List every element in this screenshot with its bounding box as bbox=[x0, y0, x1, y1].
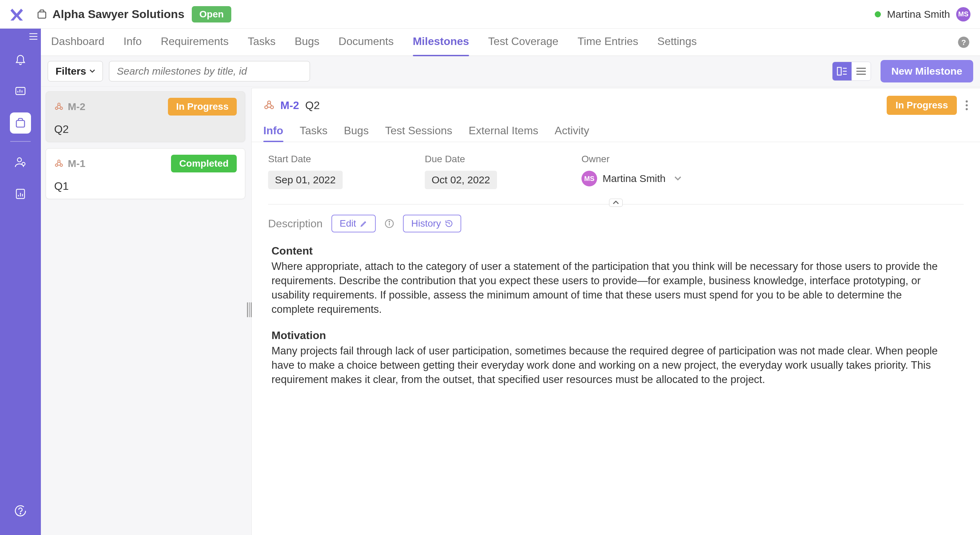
resize-handle[interactable] bbox=[247, 299, 252, 320]
milestone-type-icon bbox=[54, 102, 64, 111]
pencil-icon bbox=[360, 220, 368, 227]
sidebar-divider bbox=[10, 141, 31, 142]
presence-dot bbox=[875, 11, 881, 18]
nav-tab-documents[interactable]: Documents bbox=[339, 29, 394, 56]
project-nav-tabs: DashboardInfoRequirementsTasksBugsDocume… bbox=[41, 29, 980, 56]
view-cards-button[interactable] bbox=[832, 62, 851, 80]
sidebar-help[interactable] bbox=[10, 500, 31, 521]
start-date-label: Start Date bbox=[268, 154, 384, 165]
milestone-type-icon bbox=[54, 159, 64, 168]
chevron-down-icon bbox=[675, 176, 681, 181]
due-date-label: Due Date bbox=[425, 154, 541, 165]
nav-tab-settings[interactable]: Settings bbox=[657, 29, 697, 56]
nav-tab-requirements[interactable]: Requirements bbox=[161, 29, 229, 56]
svg-line-41 bbox=[270, 103, 272, 106]
svg-point-9 bbox=[18, 158, 21, 162]
svg-point-10 bbox=[22, 162, 25, 166]
nav-tab-dashboard[interactable]: Dashboard bbox=[51, 29, 105, 56]
milestone-list: M-2 In Progress Q2 M-1 Completed Q1 bbox=[41, 86, 250, 535]
motivation-heading: Motivation bbox=[272, 329, 943, 342]
svg-line-35 bbox=[60, 162, 61, 164]
current-user-name: Martina Smith bbox=[887, 8, 950, 20]
detail-tab-activity[interactable]: Activity bbox=[555, 124, 589, 142]
milestone-id-link[interactable]: M-2 bbox=[280, 99, 299, 112]
section-divider bbox=[268, 204, 964, 204]
current-user-avatar[interactable]: MS bbox=[956, 7, 970, 21]
edit-description-button[interactable]: Edit bbox=[331, 215, 376, 232]
milestone-search-input[interactable] bbox=[109, 61, 310, 81]
history-button[interactable]: History bbox=[403, 215, 461, 232]
milestones-toolbar: Filters New Milestone bbox=[41, 56, 980, 86]
milestone-card[interactable]: M-1 Completed Q1 bbox=[46, 148, 245, 199]
milestone-status-badge: Completed bbox=[171, 155, 237, 172]
owner-selector[interactable]: MS Martina Smith bbox=[581, 171, 697, 186]
nav-tab-milestones[interactable]: Milestones bbox=[413, 29, 469, 56]
milestone-card[interactable]: M-2 In Progress Q2 bbox=[46, 91, 245, 142]
app-logo[interactable] bbox=[8, 6, 25, 23]
help-icon[interactable]: ? bbox=[958, 36, 970, 48]
motivation-body: Many projects fail through lack of user … bbox=[272, 344, 943, 387]
project-status-badge: Open bbox=[192, 6, 231, 22]
svg-rect-0 bbox=[38, 11, 46, 18]
view-list-button[interactable] bbox=[851, 62, 871, 80]
svg-point-32 bbox=[56, 164, 58, 166]
filters-button[interactable]: Filters bbox=[48, 61, 103, 81]
svg-rect-18 bbox=[837, 67, 841, 75]
info-icon[interactable] bbox=[385, 219, 394, 228]
milestone-title: Q2 bbox=[54, 123, 237, 135]
milestone-status-badge[interactable]: In Progress bbox=[887, 96, 957, 115]
sidebar-dashboard[interactable] bbox=[10, 80, 31, 102]
owner-label: Owner bbox=[581, 154, 697, 165]
nav-tab-info[interactable]: Info bbox=[124, 29, 142, 56]
detail-tab-bugs[interactable]: Bugs bbox=[344, 124, 369, 142]
sidebar-projects[interactable] bbox=[10, 113, 31, 134]
collapse-toggle[interactable] bbox=[609, 199, 623, 207]
detail-tab-test-sessions[interactable]: Test Sessions bbox=[385, 124, 452, 142]
content-body: Where appropriate, attach to the categor… bbox=[272, 260, 943, 316]
svg-point-26 bbox=[56, 107, 58, 109]
svg-point-15 bbox=[20, 513, 21, 514]
detail-tab-tasks[interactable]: Tasks bbox=[300, 124, 328, 142]
svg-point-44 bbox=[966, 104, 968, 106]
detail-tab-external-items[interactable]: External Items bbox=[469, 124, 539, 142]
svg-point-48 bbox=[389, 221, 390, 222]
nav-tab-tasks[interactable]: Tasks bbox=[248, 29, 275, 56]
sidebar-people[interactable] bbox=[10, 151, 31, 172]
project-icon bbox=[36, 8, 48, 20]
svg-point-27 bbox=[60, 107, 63, 109]
svg-point-45 bbox=[966, 108, 968, 110]
top-header: Alpha Sawyer Solutions Open Martina Smit… bbox=[0, 0, 980, 29]
owner-avatar: MS bbox=[581, 171, 597, 186]
description-label: Description bbox=[268, 217, 323, 230]
svg-text:?: ? bbox=[961, 38, 966, 46]
svg-point-38 bbox=[265, 106, 268, 109]
svg-rect-8 bbox=[16, 121, 24, 127]
owner-name: Martina Smith bbox=[603, 173, 666, 184]
sidebar-toggle-icon[interactable] bbox=[29, 33, 38, 40]
filters-label: Filters bbox=[56, 65, 86, 77]
start-date-value[interactable]: Sep 01, 2022 bbox=[268, 171, 343, 189]
svg-point-33 bbox=[60, 164, 63, 166]
sidebar-notifications[interactable] bbox=[10, 48, 31, 70]
detail-tabs: InfoTasksBugsTest SessionsExternal Items… bbox=[252, 115, 980, 142]
svg-point-39 bbox=[270, 106, 274, 109]
nav-tab-test-coverage[interactable]: Test Coverage bbox=[488, 29, 558, 56]
nav-tab-time-entries[interactable]: Time Entries bbox=[578, 29, 638, 56]
sidebar-reports[interactable] bbox=[10, 183, 31, 204]
svg-rect-4 bbox=[16, 88, 25, 95]
detail-tab-info[interactable]: Info bbox=[263, 124, 283, 142]
view-toggle bbox=[832, 62, 871, 81]
sidebar bbox=[0, 29, 41, 535]
more-actions-icon[interactable] bbox=[965, 99, 969, 111]
svg-line-29 bbox=[60, 105, 61, 107]
due-date-value[interactable]: Oct 02, 2022 bbox=[425, 171, 497, 189]
milestone-status-badge: In Progress bbox=[168, 98, 237, 116]
svg-line-34 bbox=[57, 162, 58, 164]
milestone-id: M-2 bbox=[68, 101, 86, 113]
milestone-detail-panel: M-2 Q2 In Progress InfoTasksBugsTest Ses… bbox=[251, 88, 980, 535]
project-title: Alpha Sawyer Solutions bbox=[52, 8, 184, 21]
nav-tab-bugs[interactable]: Bugs bbox=[295, 29, 320, 56]
history-icon bbox=[445, 220, 453, 228]
new-milestone-button[interactable]: New Milestone bbox=[881, 60, 973, 83]
svg-point-43 bbox=[966, 100, 968, 103]
